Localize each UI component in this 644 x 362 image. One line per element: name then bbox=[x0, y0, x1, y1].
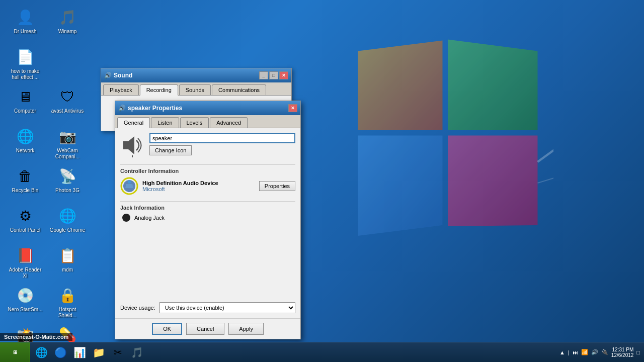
windows-logo bbox=[342, 35, 553, 246]
icon-webcam[interactable]: 📷 WebCam Compani... bbox=[47, 124, 88, 162]
explorer-icon: 📁 bbox=[93, 346, 105, 358]
ok-button[interactable]: OK bbox=[152, 323, 182, 335]
avast-icon: 🛡 bbox=[57, 86, 77, 107]
watermark-text: Screencast-O-Matic.com bbox=[4, 334, 68, 340]
tab-recording[interactable]: Recording bbox=[140, 84, 178, 96]
sound-dialog-tabs: Playback Recording Sounds Communications bbox=[101, 82, 291, 96]
divider-1 bbox=[120, 164, 295, 165]
sound-close-btn[interactable]: ✕ bbox=[279, 71, 288, 79]
google-chrome-icon: 🌐 bbox=[57, 206, 77, 226]
taskbar-ie[interactable]: 🌐 bbox=[32, 345, 50, 360]
icon-photon[interactable]: 📡 Photon 3G bbox=[47, 164, 88, 202]
icon-adobe-reader-label: Adobe Reader XI bbox=[7, 267, 43, 279]
recycle-bin-icon: 🗑 bbox=[15, 166, 35, 186]
device-name-input[interactable] bbox=[149, 133, 295, 143]
photon-icon: 📡 bbox=[57, 166, 77, 186]
tab-sounds[interactable]: Sounds bbox=[179, 84, 211, 95]
device-header: Change Icon bbox=[120, 133, 295, 157]
network-icon: 🌐 bbox=[15, 126, 35, 146]
jack-info-section: Jack Information Analog Jack bbox=[120, 205, 295, 222]
icon-google-chrome-label: Google Chrome bbox=[50, 227, 86, 233]
mdm-icon: 📋 bbox=[57, 245, 77, 265]
tab-listen[interactable]: Listen bbox=[151, 117, 179, 128]
icon-nero-label: Nero StartSm... bbox=[8, 307, 43, 313]
snipping-icon: ✂ bbox=[114, 346, 122, 358]
device-speaker-icon bbox=[120, 133, 144, 157]
clock-date: 12/6/2012 bbox=[611, 352, 634, 358]
taskbar-volume-icon: 🔊 bbox=[591, 349, 598, 355]
start-button[interactable]: ⊞ bbox=[0, 342, 30, 362]
icon-dr-umesh[interactable]: 👤 Dr Umesh bbox=[5, 5, 45, 43]
ie-icon: 🌐 bbox=[35, 346, 48, 358]
properties-button[interactable]: Properties bbox=[259, 181, 295, 191]
controller-info-section: Controller Information High Definition A… bbox=[120, 168, 295, 195]
screencast-watermark: Screencast-O-Matic.com bbox=[0, 333, 72, 341]
tab-general[interactable]: General bbox=[117, 117, 150, 128]
change-icon-button[interactable]: Change Icon bbox=[149, 145, 192, 155]
icon-nero[interactable]: 💿 Nero StartSm... bbox=[5, 283, 45, 321]
taskbar-media[interactable]: 🎵 bbox=[128, 345, 146, 360]
sound-maximize-btn[interactable]: □ bbox=[269, 71, 278, 79]
taskbar-show-desktop[interactable]: ▲ bbox=[559, 349, 565, 355]
speaker-titlebar: 🔊 speaker Properties ✕ bbox=[115, 101, 300, 115]
sound-titlebar-controls: _ □ ✕ bbox=[259, 71, 288, 79]
controller-manufacturer: Microsoft bbox=[142, 186, 255, 192]
icon-google-chrome[interactable]: 🌐 Google Chrome bbox=[47, 204, 88, 241]
speaker-titlebar-controls: ✕ bbox=[288, 104, 297, 112]
chrome-icon: 🔵 bbox=[54, 346, 67, 358]
dialog-buttons: OK Cancel Apply bbox=[115, 318, 300, 339]
icon-adobe-reader[interactable]: 📕 Adobe Reader XI bbox=[5, 243, 45, 281]
controller-device-name: High Definition Audio Device bbox=[142, 180, 255, 186]
speaker-close-btn[interactable]: ✕ bbox=[288, 104, 297, 112]
icon-hotspot-label: Hotspot Shield... bbox=[49, 307, 86, 319]
icon-recycle-bin[interactable]: 🗑 Recycle Bin bbox=[5, 164, 45, 202]
taskbar-excel[interactable]: 📊 bbox=[70, 345, 89, 360]
jack-row: Analog Jack bbox=[120, 214, 295, 222]
tab-advanced[interactable]: Advanced bbox=[210, 117, 248, 128]
cancel-button[interactable]: Cancel bbox=[186, 323, 224, 335]
jack-dot-icon bbox=[122, 214, 130, 222]
icon-photon-label: Photon 3G bbox=[55, 188, 79, 194]
taskbar-separator: | bbox=[568, 349, 570, 355]
taskbar-snipping[interactable]: ✂ bbox=[109, 345, 127, 360]
control-panel-icon: ⚙ bbox=[15, 206, 35, 226]
icon-network[interactable]: 🌐 Network bbox=[5, 124, 45, 162]
apply-button[interactable]: Apply bbox=[228, 323, 264, 335]
taskbar: ⊞ 🌐 🔵 📊 📁 ✂ 🎵 ▲ | ⏭ 📶 🔊 🔌 12:31 PM 12/ bbox=[0, 342, 644, 362]
taskbar-network-icon: 📶 bbox=[581, 349, 588, 355]
device-name-section: Change Icon bbox=[149, 133, 295, 155]
taskbar-chrome[interactable]: 🔵 bbox=[51, 345, 69, 360]
adobe-reader-icon: 📕 bbox=[15, 245, 35, 265]
speaker-title-icon: 🔊 bbox=[118, 105, 126, 112]
clock-time: 12:31 PM bbox=[611, 347, 634, 352]
excel-icon: 📊 bbox=[73, 346, 86, 358]
device-usage-select[interactable]: Use this device (enable) bbox=[159, 302, 295, 313]
webcam-icon: 📷 bbox=[57, 126, 77, 146]
sound-minimize-btn[interactable]: _ bbox=[259, 71, 268, 79]
tab-levels[interactable]: Levels bbox=[180, 117, 209, 128]
taskbar-right: ▲ | ⏭ 📶 🔊 🔌 12:31 PM 12/6/2012 □ bbox=[555, 347, 644, 358]
icon-hall-effect[interactable]: 📄 how to make hall effect ... bbox=[5, 45, 45, 82]
controller-details: High Definition Audio Device Microsoft bbox=[142, 180, 255, 192]
jack-label: Analog Jack bbox=[134, 215, 165, 221]
icon-network-label: Network bbox=[16, 148, 35, 154]
taskbar-clock: 12:31 PM 12/6/2012 bbox=[611, 347, 634, 358]
tab-communications[interactable]: Communications bbox=[212, 84, 266, 95]
device-usage-label: Device usage: bbox=[120, 305, 155, 311]
icon-computer-label: Computer bbox=[14, 108, 36, 114]
icon-control-panel[interactable]: ⚙ Control Panel bbox=[5, 204, 45, 241]
jack-info-header: Jack Information bbox=[120, 205, 295, 211]
icon-winamp[interactable]: 🎵 Winamp bbox=[47, 5, 88, 43]
taskbar-explorer[interactable]: 📁 bbox=[90, 345, 108, 360]
icon-mdm[interactable]: 📋 mdm bbox=[47, 243, 88, 281]
icon-computer[interactable]: 🖥 Computer bbox=[5, 84, 45, 122]
divider-2 bbox=[120, 201, 295, 202]
tab-playback[interactable]: Playback bbox=[103, 84, 139, 95]
icon-dr-umesh-label: Dr Umesh bbox=[14, 29, 36, 35]
icon-hotspot[interactable]: 🔒 Hotspot Shield... bbox=[47, 283, 88, 321]
taskbar-notifications[interactable]: □ bbox=[636, 349, 640, 355]
icon-hall-effect-label: how to make hall effect ... bbox=[7, 68, 43, 80]
taskbar-battery-icon: 🔌 bbox=[601, 349, 608, 355]
sound-titlebar: 🔊 Sound _ □ ✕ bbox=[101, 68, 291, 82]
icon-avast[interactable]: 🛡 avast Antivirus bbox=[47, 84, 88, 122]
